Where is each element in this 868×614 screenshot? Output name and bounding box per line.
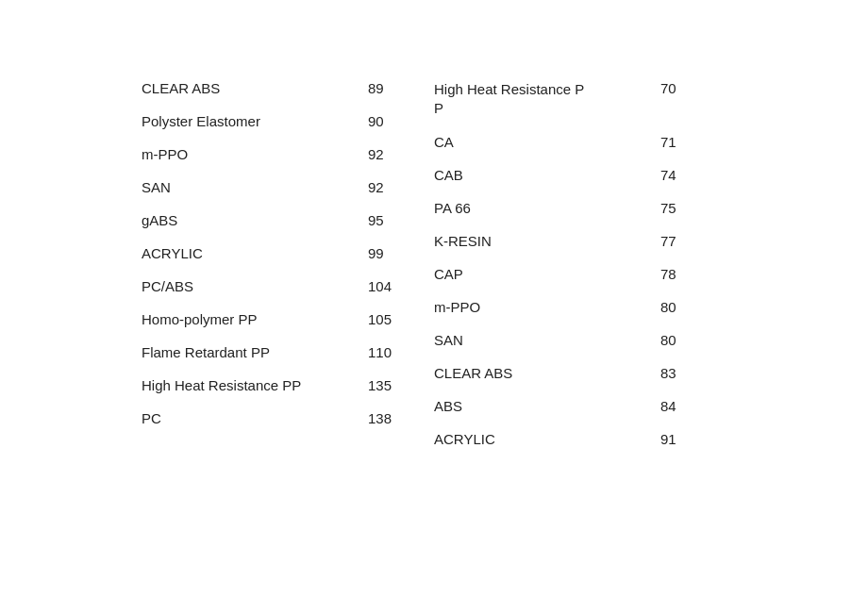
material-name: m-PPO [142, 146, 368, 162]
material-name: CA [434, 134, 660, 150]
material-value: 77 [660, 233, 717, 249]
material-value: 105 [368, 311, 425, 327]
table-row: CLEAR ABS89 [142, 80, 425, 96]
table-row: Flame Retardant PP110 [142, 344, 425, 360]
material-value: 75 [660, 200, 717, 216]
table-row: CAP78 [434, 266, 717, 282]
material-name: PC/ABS [142, 278, 368, 294]
material-name: High Heat Resistance PP [434, 80, 660, 117]
table-row: m-PPO92 [142, 146, 425, 162]
material-value: 91 [660, 431, 717, 447]
material-value: 90 [368, 113, 425, 129]
material-value: 110 [368, 344, 425, 360]
material-value: 95 [368, 212, 425, 228]
table-row: SAN80 [434, 332, 717, 348]
material-name: ACRYLIC [142, 245, 368, 261]
material-value: 80 [660, 299, 717, 315]
material-value: 83 [660, 365, 717, 381]
material-value: 92 [368, 146, 425, 162]
table-row: gABS95 [142, 212, 425, 228]
material-value: 135 [368, 377, 425, 393]
table-row: PC138 [142, 410, 425, 426]
table-row: PC/ABS104 [142, 278, 425, 294]
table-row: High Heat Resistance PP70 [434, 80, 717, 117]
material-name: Polyster Elastomer [142, 113, 368, 129]
material-name: SAN [434, 332, 660, 348]
right-column: High Heat Resistance PP70CA71CAB74PA 667… [434, 80, 717, 464]
material-name: PC [142, 410, 368, 426]
table-row: CAB74 [434, 167, 717, 183]
table-row: m-PPO80 [434, 299, 717, 315]
material-name: m-PPO [434, 299, 660, 315]
table-row: Homo-polymer PP105 [142, 311, 425, 327]
main-content: CLEAR ABS89Polyster Elastomer90m-PPO92SA… [0, 0, 868, 464]
table-row: K-RESIN77 [434, 233, 717, 249]
material-name: CAP [434, 266, 660, 282]
material-name: CAB [434, 167, 660, 183]
material-value: 78 [660, 266, 717, 282]
material-name: ACRYLIC [434, 431, 660, 447]
material-value: 84 [660, 398, 717, 414]
material-name: High Heat Resistance PP [142, 377, 368, 393]
material-value: 70 [660, 80, 717, 96]
material-name: SAN [142, 179, 368, 195]
material-value: 99 [368, 245, 425, 261]
table-row: ACRYLIC99 [142, 245, 425, 261]
material-name: gABS [142, 212, 368, 228]
material-name: CLEAR ABS [434, 365, 660, 381]
table-row: PA 6675 [434, 200, 717, 216]
material-value: 92 [368, 179, 425, 195]
material-name: ABS [434, 398, 660, 414]
material-value: 104 [368, 278, 425, 294]
table-row: SAN92 [142, 179, 425, 195]
material-value: 138 [368, 410, 425, 426]
left-column: CLEAR ABS89Polyster Elastomer90m-PPO92SA… [142, 80, 425, 464]
table-row: High Heat Resistance PP135 [142, 377, 425, 393]
material-value: 71 [660, 134, 717, 150]
material-name: Homo-polymer PP [142, 311, 368, 327]
table-row: CLEAR ABS83 [434, 365, 717, 381]
material-name: CLEAR ABS [142, 80, 368, 96]
table-row: ABS84 [434, 398, 717, 414]
table-row: Polyster Elastomer90 [142, 113, 425, 129]
table-row: ACRYLIC91 [434, 431, 717, 447]
material-value: 89 [368, 80, 425, 96]
material-value: 74 [660, 167, 717, 183]
material-name: Flame Retardant PP [142, 344, 368, 360]
table-row: CA71 [434, 134, 717, 150]
material-value: 80 [660, 332, 717, 348]
material-name: K-RESIN [434, 233, 660, 249]
material-name: PA 66 [434, 200, 660, 216]
